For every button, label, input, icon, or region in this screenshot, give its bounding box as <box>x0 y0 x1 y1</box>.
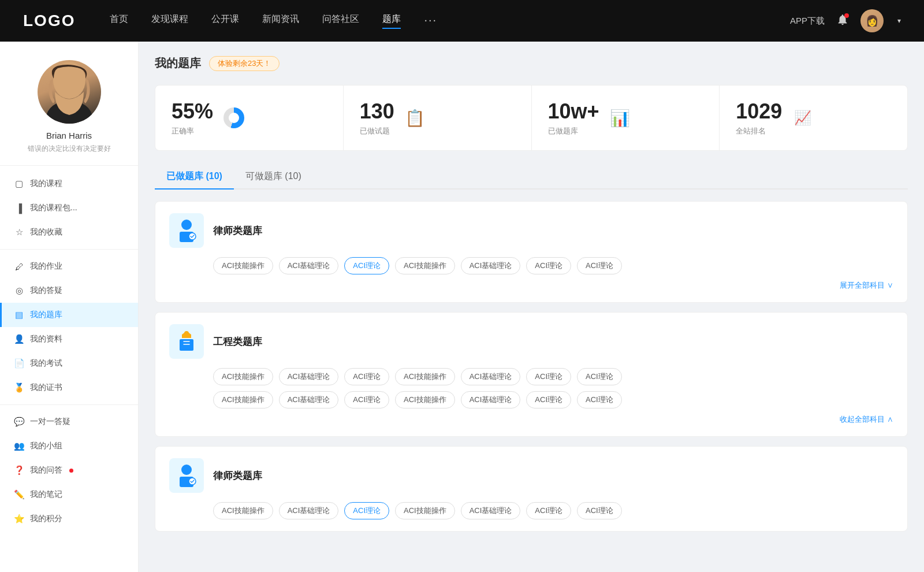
qbank-tag[interactable]: ACI基础理论 <box>279 368 339 385</box>
qbank-header-3: 律师类题库 <box>169 458 893 493</box>
qbank-tabs: 已做题库 (10) 可做题库 (10) <box>155 165 908 190</box>
sidebar-item-notes[interactable]: ✏️ 我的笔记 <box>0 482 138 507</box>
qbank-tag[interactable]: ACI基础理论 <box>279 502 339 519</box>
page-header: 我的题库 体验剩余23天！ <box>155 55 908 71</box>
nav-qa[interactable]: 问答社区 <box>322 13 359 29</box>
stat-accuracy-icon <box>222 106 245 129</box>
user-avatar[interactable]: 👩 <box>860 9 884 32</box>
sidebar-username: Brian Harris <box>46 131 92 140</box>
qbank-tag[interactable]: ACI理论 <box>344 368 389 385</box>
sidebar-item-1on1[interactable]: 💬 一对一答疑 <box>0 410 138 434</box>
favorites-icon: ☆ <box>14 227 24 237</box>
stat-accuracy: 55% 正确率 <box>155 86 344 150</box>
qbank-tag[interactable]: ACI理论 <box>526 368 571 385</box>
sidebar-item-course-packages[interactable]: ▐ 我的课程包... <box>0 196 138 220</box>
qbank-tag[interactable]: ACI技能操作 <box>395 502 455 519</box>
profile-avatar-image <box>38 60 101 124</box>
sidebar-item-points-label: 我的积分 <box>30 514 62 524</box>
qbank-tag[interactable]: ACI基础理论 <box>461 391 521 408</box>
courses-icon: ▢ <box>14 179 24 189</box>
qbank-tag[interactable]: ACI理论 <box>526 257 571 274</box>
sidebar-item-group[interactable]: 👥 我的小组 <box>0 434 138 458</box>
profile-avatar <box>38 60 101 124</box>
lawyer-icon-svg-2 <box>174 463 199 488</box>
qbank-tag[interactable]: ACI理论 <box>577 502 622 519</box>
qbank-header-1: 律师类题库 <box>169 213 893 248</box>
tab-done-banks[interactable]: 已做题库 (10) <box>155 165 234 188</box>
pie-chart-icon <box>223 107 244 128</box>
nav-home[interactable]: 首页 <box>110 13 128 29</box>
qbank-tag-active[interactable]: ACI理论 <box>344 257 389 274</box>
qbank-tag[interactable]: ACI技能操作 <box>213 391 273 408</box>
sidebar-item-1on1-label: 一对一答疑 <box>30 417 70 427</box>
nav-links: 首页 发现课程 公开课 新闻资讯 问答社区 题库 ··· <box>110 13 790 29</box>
sidebar-motto: 错误的决定比没有决定要好 <box>28 144 111 154</box>
app-download-link[interactable]: APP下载 <box>790 16 825 27</box>
main-content: 我的题库 体验剩余23天！ 55% 正确率 130 已做试题 📋 <box>139 42 924 572</box>
qbank-tags-engineer-row1: ACI技能操作 ACI基础理论 ACI理论 ACI技能操作 ACI基础理论 AC… <box>169 368 893 385</box>
qbank-tag[interactable]: ACI基础理论 <box>279 391 339 408</box>
qbank-tag[interactable]: ACI基础理论 <box>279 257 339 274</box>
homework-icon: 🖊 <box>14 262 24 272</box>
sidebar: Brian Harris 错误的决定比没有决定要好 ▢ 我的课程 ▐ 我的课程包… <box>0 42 139 572</box>
qbank-card-lawyer-1: 律师类题库 ACI技能操作 ACI基础理论 ACI理论 ACI技能操作 ACI基… <box>155 201 908 303</box>
stat-done-questions-number: 130 <box>360 99 394 124</box>
sidebar-item-courses[interactable]: ▢ 我的课程 <box>0 172 138 196</box>
sidebar-item-myqa[interactable]: ❓ 我的问答 <box>0 458 138 482</box>
qbank-tag[interactable]: ACI技能操作 <box>395 368 455 385</box>
qbank-footer-2: 收起全部科目 ∧ <box>169 414 893 425</box>
qbank-tag[interactable]: ACI理论 <box>577 391 622 408</box>
user-menu-chevron[interactable]: ▾ <box>897 17 901 25</box>
qbank-tag[interactable]: ACI技能操作 <box>213 257 273 274</box>
nav-discover[interactable]: 发现课程 <box>151 13 188 29</box>
points-icon: ⭐ <box>14 514 24 524</box>
qbank-tag[interactable]: ACI基础理论 <box>461 502 521 519</box>
sidebar-item-qbank[interactable]: ▤ 我的题库 <box>0 303 138 327</box>
qbank-tag[interactable]: ACI理论 <box>577 368 622 385</box>
collapse-button-2[interactable]: 收起全部科目 ∧ <box>840 414 893 425</box>
qbank-tag[interactable]: ACI基础理论 <box>461 368 521 385</box>
qbank-tags-lawyer-1: ACI技能操作 ACI基础理论 ACI理论 ACI技能操作 ACI基础理论 AC… <box>169 257 893 274</box>
qbank-tag[interactable]: ACI技能操作 <box>395 391 455 408</box>
nav-qbank[interactable]: 题库 <box>382 13 401 29</box>
sidebar-item-homework[interactable]: 🖊 我的作业 <box>0 254 138 278</box>
tab-available-banks[interactable]: 可做题库 (10) <box>234 165 313 188</box>
sidebar-item-group-label: 我的小组 <box>30 441 62 451</box>
qbank-title-engineer: 工程类题库 <box>213 335 262 348</box>
sidebar-item-profile[interactable]: 👤 我的资料 <box>0 327 138 351</box>
sidebar-item-certificate[interactable]: 🏅 我的证书 <box>0 376 138 400</box>
qbank-tag[interactable]: ACI技能操作 <box>213 502 273 519</box>
nav-news[interactable]: 新闻资讯 <box>262 13 299 29</box>
sidebar-item-qa[interactable]: ◎ 我的答疑 <box>0 278 138 303</box>
qbank-card-engineer: 工程类题库 ACI技能操作 ACI基础理论 ACI理论 ACI技能操作 ACI基… <box>155 312 908 437</box>
sidebar-item-course-packages-label: 我的课程包... <box>30 203 77 213</box>
page-title: 我的题库 <box>155 55 201 71</box>
nav-more[interactable]: ··· <box>424 13 437 29</box>
qbank-tag[interactable]: ACI理论 <box>344 391 389 408</box>
bell-notification-dot <box>844 13 849 18</box>
sidebar-item-exam[interactable]: 📄 我的考试 <box>0 351 138 376</box>
qbank-tag[interactable]: ACI技能操作 <box>395 257 455 274</box>
qbank-tag[interactable]: ACI理论 <box>526 391 571 408</box>
qbank-tag[interactable]: ACI理论 <box>577 257 622 274</box>
exam-icon: 📄 <box>14 358 24 369</box>
svg-point-2 <box>181 220 192 230</box>
sidebar-item-points[interactable]: ⭐ 我的积分 <box>0 507 138 531</box>
notification-bell[interactable] <box>836 13 849 28</box>
qbank-title-lawyer-1: 律师类题库 <box>213 224 262 237</box>
sidebar-item-favorites[interactable]: ☆ 我的收藏 <box>0 220 138 244</box>
expand-button-1[interactable]: 展开全部科目 ∨ <box>840 280 893 291</box>
qbank-tag[interactable]: ACI技能操作 <box>213 368 273 385</box>
sidebar-item-notes-label: 我的笔记 <box>30 489 62 500</box>
qbank-tag-active[interactable]: ACI理论 <box>344 502 389 519</box>
nav-opencourse[interactable]: 公开课 <box>211 13 239 29</box>
1on1-icon: 💬 <box>14 417 24 427</box>
sidebar-item-myqa-label: 我的问答 <box>30 465 62 476</box>
notes-icon: ✏️ <box>14 489 24 500</box>
myqa-icon: ❓ <box>14 465 24 476</box>
group-icon: 👥 <box>14 441 24 451</box>
stat-rank: 1029 全站排名 📈 <box>720 86 907 150</box>
sidebar-divider-1 <box>0 249 138 250</box>
qbank-tag[interactable]: ACI理论 <box>526 502 571 519</box>
qbank-tag[interactable]: ACI基础理论 <box>461 257 521 274</box>
